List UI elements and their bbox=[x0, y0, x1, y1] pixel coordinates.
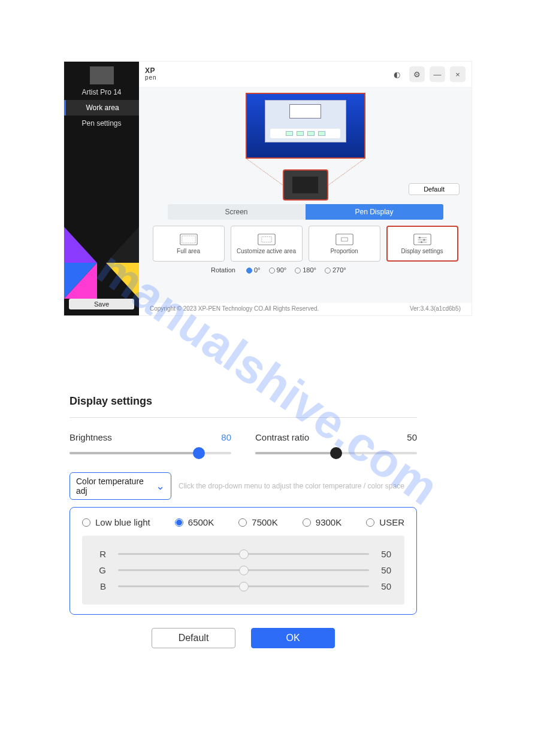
r-slider[interactable] bbox=[118, 553, 369, 555]
contrast-slider[interactable] bbox=[255, 452, 417, 454]
area-tabs: Screen Pen Display bbox=[168, 204, 443, 220]
dropdown-label: Color temperature adj bbox=[76, 476, 156, 496]
contrast-label: Contrast ratio bbox=[255, 432, 309, 442]
svg-rect-6 bbox=[413, 234, 431, 245]
rotation-180[interactable]: 180° bbox=[295, 266, 316, 274]
brand-logo: XP pen bbox=[145, 68, 157, 81]
rotation-270[interactable]: 270° bbox=[325, 266, 346, 274]
svg-point-12 bbox=[421, 241, 422, 243]
option-full-area[interactable]: Full area bbox=[153, 226, 225, 262]
device-name: Artist Pro 14 bbox=[64, 88, 139, 96]
theme-icon[interactable]: ◐ bbox=[389, 66, 404, 82]
radio-7500k[interactable]: 7500K bbox=[238, 517, 277, 527]
dropdown-hint: Click the drop-down menu to adjust the c… bbox=[179, 482, 404, 490]
copyright: Copyright © 2023 XP-PEN Technology CO.Al… bbox=[150, 305, 319, 312]
close-button[interactable]: × bbox=[450, 66, 466, 82]
option-customize-area[interactable]: Customize active area bbox=[231, 226, 303, 262]
rotation-0[interactable]: 0° bbox=[246, 266, 261, 274]
monitor-outline bbox=[246, 93, 365, 159]
area-options: Full area Customize active area Proporti… bbox=[153, 226, 458, 262]
sidebar: Artist Pro 14 Work area Pen settings Sav… bbox=[64, 62, 139, 315]
svg-point-8 bbox=[419, 236, 421, 238]
sidebar-art bbox=[64, 131, 139, 299]
rotation-label: Rotation bbox=[211, 266, 235, 274]
contrast-value: 50 bbox=[407, 432, 417, 442]
option-display-settings[interactable]: Display settings bbox=[386, 226, 458, 262]
tab-screen[interactable]: Screen bbox=[168, 204, 306, 220]
dialog-ok-button[interactable]: OK bbox=[251, 628, 335, 648]
tab-pen-display[interactable]: Pen Display bbox=[306, 204, 443, 220]
option-label: Full area bbox=[177, 248, 200, 254]
color-temp-panel: Low blue light 6500K 7500K 9300K USER R5… bbox=[69, 507, 417, 615]
titlebar: XP pen ◐ ⚙ — × bbox=[139, 62, 471, 87]
svg-rect-4 bbox=[335, 234, 353, 245]
version: Ver:3.4.3(a1cd6b5) bbox=[410, 305, 461, 312]
brightness-label: Brightness bbox=[69, 432, 112, 442]
r-label: R bbox=[95, 549, 106, 559]
brightness-value: 80 bbox=[221, 432, 231, 442]
svg-rect-1 bbox=[182, 236, 195, 243]
radio-user[interactable]: USER bbox=[366, 517, 404, 527]
option-label: Customize active area bbox=[237, 248, 296, 254]
contrast-block: Contrast ratio 50 bbox=[255, 432, 417, 454]
rotation-90[interactable]: 90° bbox=[269, 266, 287, 274]
settings-icon[interactable]: ⚙ bbox=[409, 66, 425, 82]
brightness-slider[interactable] bbox=[69, 452, 231, 454]
g-label: G bbox=[95, 565, 106, 575]
svg-rect-3 bbox=[261, 236, 271, 242]
option-label: Proportion bbox=[330, 248, 358, 254]
tablet-outline bbox=[283, 169, 328, 201]
device-thumb bbox=[90, 66, 114, 84]
save-button[interactable]: Save bbox=[69, 299, 134, 309]
color-mode-dropdown[interactable]: Color temperature adj ⌄ bbox=[69, 472, 171, 500]
sidebar-item-work-area[interactable]: Work area bbox=[64, 100, 139, 116]
radio-low-blue-light[interactable]: Low blue light bbox=[82, 517, 150, 527]
sidebar-item-pen-settings[interactable]: Pen settings bbox=[64, 116, 139, 131]
rotation-group: Rotation 0° 90° 180° 270° bbox=[175, 266, 346, 274]
r-value: 50 bbox=[381, 549, 391, 559]
chevron-down-icon: ⌄ bbox=[156, 479, 165, 493]
b-label: B bbox=[95, 581, 106, 591]
display-settings-dialog: Display settings Brightness 80 Contrast … bbox=[69, 395, 417, 648]
g-slider[interactable] bbox=[118, 569, 369, 571]
dialog-title: Display settings bbox=[69, 395, 417, 408]
minimize-button[interactable]: — bbox=[430, 66, 445, 82]
option-label: Display settings bbox=[401, 248, 443, 254]
radio-6500k[interactable]: 6500K bbox=[175, 517, 214, 527]
b-slider[interactable] bbox=[118, 585, 369, 587]
default-button[interactable]: Default bbox=[409, 183, 460, 195]
screen-mapping-illustration bbox=[246, 93, 365, 201]
radio-9300k[interactable]: 9300K bbox=[303, 517, 341, 527]
brand-top: XP bbox=[145, 66, 155, 75]
brand-bottom: pen bbox=[145, 74, 157, 81]
svg-rect-2 bbox=[258, 234, 275, 245]
b-value: 50 bbox=[381, 581, 391, 591]
driver-window: Artist Pro 14 Work area Pen settings Sav… bbox=[64, 61, 472, 316]
work-area-content: Default Screen Pen Display Full area Cus… bbox=[139, 87, 471, 303]
rgb-sliders: R50 G50 B50 bbox=[82, 536, 404, 605]
footer: Copyright © 2023 XP-PEN Technology CO.Al… bbox=[139, 303, 471, 315]
option-proportion[interactable]: Proportion bbox=[309, 226, 380, 262]
svg-point-10 bbox=[423, 239, 425, 241]
brightness-block: Brightness 80 bbox=[69, 432, 231, 454]
svg-rect-5 bbox=[341, 238, 347, 241]
dialog-default-button[interactable]: Default bbox=[152, 628, 235, 648]
g-value: 50 bbox=[381, 565, 391, 575]
